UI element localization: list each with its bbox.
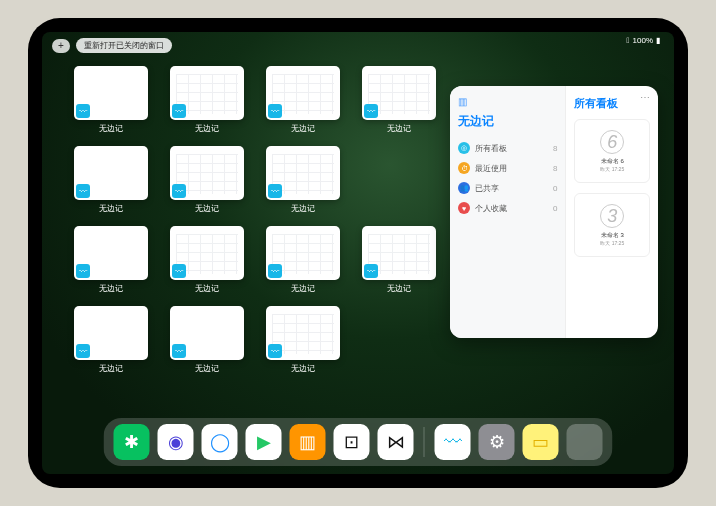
freeform-app-icon: 〰 (268, 344, 282, 358)
screen: 􀙇 100% ▮ + 重新打开已关闭的窗口 〰无边记〰无边记〰无边记〰无边记〰无… (42, 32, 674, 474)
freeform-app-icon: 〰 (268, 104, 282, 118)
window-thumbnail[interactable]: 〰无边记 (358, 226, 440, 294)
thumbnail-label: 无边记 (291, 363, 315, 374)
window-thumbnail[interactable]: 〰无边记 (166, 226, 248, 294)
popup-right-title: 所有看板 (574, 96, 650, 111)
board-name: 未命名 3 (601, 231, 624, 240)
thumbnail-preview: 〰 (74, 66, 148, 120)
wechat-app-icon[interactable]: ✱ (114, 424, 150, 460)
category-label: 所有看板 (475, 143, 507, 154)
thumbnail-preview: 〰 (266, 66, 340, 120)
sidebar-item[interactable]: ♥个人收藏0 (458, 198, 557, 218)
thumbnail-label: 无边记 (99, 203, 123, 214)
thumbnail-preview: 〰 (170, 226, 244, 280)
freeform-app-icon: 〰 (172, 104, 186, 118)
sidebar-item[interactable]: ⏱最近使用8 (458, 158, 557, 178)
window-thumbnail[interactable]: 〰无边记 (262, 146, 344, 214)
thumbnail-label: 无边记 (99, 283, 123, 294)
freeform-app-icon: 〰 (364, 264, 378, 278)
window-thumbnail[interactable]: 〰无边记 (262, 226, 344, 294)
thumbnail-preview: 〰 (266, 306, 340, 360)
more-icon[interactable]: ⋯ (640, 92, 650, 103)
thumbnail-preview: 〰 (266, 226, 340, 280)
freeform-app-icon: 〰 (76, 104, 90, 118)
board-thumbnail: 3 (600, 204, 624, 228)
thumbnail-preview: 〰 (170, 66, 244, 120)
board-name: 未命名 6 (601, 157, 624, 166)
thumbnail-label: 无边记 (387, 283, 411, 294)
freeform-app-icon[interactable]: 〰 (435, 424, 471, 460)
wifi-icon: 􀙇 (627, 36, 630, 45)
browser-purple-app-icon[interactable]: ◉ (158, 424, 194, 460)
window-thumbnail[interactable]: 〰无边记 (166, 306, 248, 374)
dock: ✱◉◯▶▥⊡⋈ 〰⚙▭ (104, 418, 613, 466)
thumbnail-label: 无边记 (99, 123, 123, 134)
category-count: 0 (553, 204, 557, 213)
window-thumbnail[interactable]: 〰无边记 (262, 306, 344, 374)
window-thumbnail[interactable]: 〰无边记 (166, 146, 248, 214)
thumbnail-label: 无边记 (195, 203, 219, 214)
board-thumbnail: 6 (600, 130, 624, 154)
battery-icon: ▮ (656, 36, 660, 45)
window-thumbnail[interactable]: 〰无边记 (166, 66, 248, 134)
thumbnail-preview: 〰 (170, 146, 244, 200)
thumbnail-preview: 〰 (74, 226, 148, 280)
top-bar: + 重新打开已关闭的窗口 (52, 38, 172, 53)
window-thumbnail[interactable]: 〰无边记 (70, 66, 152, 134)
thumbnail-label: 无边记 (99, 363, 123, 374)
popup-title: 无边记 (458, 113, 557, 130)
window-thumbnail[interactable]: 〰无边记 (70, 226, 152, 294)
board-card[interactable]: 3未命名 3昨天 17:25 (574, 193, 650, 257)
freeform-app-icon: 〰 (172, 344, 186, 358)
category-icon: ◎ (458, 142, 470, 154)
browser-blue-app-icon[interactable]: ◯ (202, 424, 238, 460)
books-app-icon[interactable]: ▥ (290, 424, 326, 460)
thumbnail-label: 无边记 (195, 283, 219, 294)
freeform-app-icon: 〰 (364, 104, 378, 118)
social-app-icon[interactable]: ⋈ (378, 424, 414, 460)
thumbnail-preview: 〰 (362, 226, 436, 280)
category-label: 最近使用 (475, 163, 507, 174)
thumbnail-preview: 〰 (170, 306, 244, 360)
sidebar-toggle-icon[interactable]: ▥ (458, 96, 557, 107)
thumbnail-label: 无边记 (387, 123, 411, 134)
freeform-app-icon: 〰 (268, 184, 282, 198)
game-app-icon[interactable]: ⊡ (334, 424, 370, 460)
category-icon: ♥ (458, 202, 470, 214)
window-thumbnail[interactable]: 〰无边记 (262, 66, 344, 134)
settings-app-icon[interactable]: ⚙ (479, 424, 515, 460)
window-thumbnail[interactable]: 〰无边记 (70, 306, 152, 374)
window-thumbnails: 〰无边记〰无边记〰无边记〰无边记〰无边记〰无边记〰无边记〰无边记〰无边记〰无边记… (70, 66, 440, 374)
freeform-app-icon: 〰 (76, 264, 90, 278)
popup-content: 所有看板 6未命名 6昨天 17:253未命名 3昨天 17:25 (566, 86, 658, 338)
notes-app-icon[interactable]: ▭ (523, 424, 559, 460)
thumbnail-preview: 〰 (74, 306, 148, 360)
freeform-app-icon: 〰 (76, 184, 90, 198)
reopen-closed-window-button[interactable]: 重新打开已关闭的窗口 (76, 38, 172, 53)
ipad-frame: 􀙇 100% ▮ + 重新打开已关闭的窗口 〰无边记〰无边记〰无边记〰无边记〰无… (28, 18, 688, 488)
board-date: 昨天 17:25 (600, 240, 624, 246)
sidebar-popup: ⋯ ▥ 无边记 ◎所有看板8⏱最近使用8👥已共享0♥个人收藏0 所有看板 6未命… (450, 86, 658, 338)
video-app-icon[interactable]: ▶ (246, 424, 282, 460)
thumbnail-preview: 〰 (266, 146, 340, 200)
new-window-button[interactable]: + (52, 39, 70, 53)
freeform-app-icon: 〰 (268, 264, 282, 278)
sidebar-item[interactable]: ◎所有看板8 (458, 138, 557, 158)
category-icon: ⏱ (458, 162, 470, 174)
thumbnail-label: 无边记 (291, 203, 315, 214)
board-date: 昨天 17:25 (600, 166, 624, 172)
popup-sidebar: ▥ 无边记 ◎所有看板8⏱最近使用8👥已共享0♥个人收藏0 (450, 86, 566, 338)
app-library-button[interactable] (567, 424, 603, 460)
board-card[interactable]: 6未命名 6昨天 17:25 (574, 119, 650, 183)
freeform-app-icon: 〰 (172, 184, 186, 198)
sidebar-item[interactable]: 👥已共享0 (458, 178, 557, 198)
thumbnail-preview: 〰 (74, 146, 148, 200)
window-thumbnail[interactable]: 〰无边记 (70, 146, 152, 214)
category-label: 个人收藏 (475, 203, 507, 214)
dock-separator (424, 427, 425, 457)
thumbnail-label: 无边记 (291, 283, 315, 294)
category-count: 0 (553, 184, 557, 193)
thumbnail-label: 无边记 (195, 363, 219, 374)
window-thumbnail[interactable]: 〰无边记 (358, 66, 440, 134)
category-count: 8 (553, 164, 557, 173)
